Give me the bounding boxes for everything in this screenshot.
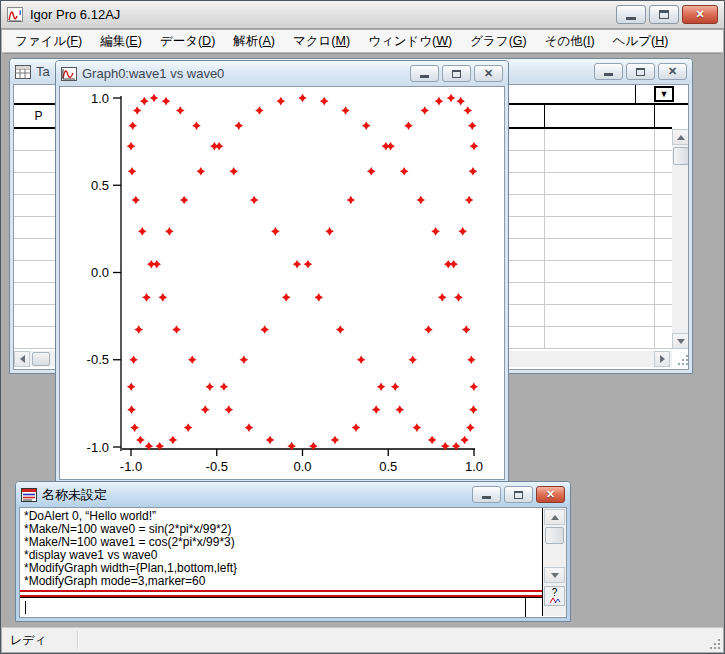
graph-window-title: Graph0:wave1 vs wave0 (82, 66, 224, 81)
x-tick-label: -0.5 (206, 459, 228, 474)
close-icon: ✕ (695, 9, 704, 20)
igor-app-icon: i (7, 7, 25, 23)
close-icon: ✕ (668, 66, 677, 77)
x-tick-label: -1.0 (120, 459, 142, 474)
help-question-label: ? (552, 587, 558, 598)
menu-item-W[interactable]: ウィンドウ(W) (359, 30, 461, 53)
main-close-button[interactable]: ✕ (682, 5, 718, 24)
graph-titlebar[interactable]: Graph0:wave1 vs wave0 ✕ (56, 61, 508, 86)
menu-item-H[interactable]: ヘルプ(H) (604, 30, 678, 53)
y-tick-label: 0.0 (91, 265, 109, 280)
notebook-icon (21, 488, 37, 502)
command-vscroll-down-button[interactable] (544, 567, 565, 583)
menu-item-G[interactable]: グラフ(G) (461, 30, 535, 53)
menu-item-F[interactable]: ファイル(F) (6, 30, 91, 53)
table-hscroll-left-button[interactable] (14, 351, 30, 367)
x-tick-label: 0.0 (293, 459, 311, 474)
command-history[interactable]: *DoAlert 0, “Hello world!”*Make/N=100 wa… (20, 508, 542, 592)
minimize-icon (604, 73, 613, 76)
y-tick-label: -0.5 (87, 352, 109, 367)
table-vscroll-down-button[interactable] (672, 333, 689, 349)
y-tick-label: -1.0 (87, 440, 109, 455)
table-hscroll-thumb[interactable] (32, 352, 50, 366)
command-help-button[interactable]: ? (544, 586, 565, 606)
y-tick-label: 1.0 (91, 91, 109, 106)
window-resize-grip[interactable] (707, 636, 720, 649)
command-vscroll-up-button[interactable] (544, 509, 565, 525)
scatter-plot: -1.0-0.50.00.51.01.00.50.0-0.5-1.0 (60, 87, 505, 480)
entry-bar-divider (635, 85, 636, 103)
main-window-title: Igor Pro 6.12AJ (30, 7, 120, 22)
text-cursor (25, 601, 26, 614)
chevron-down-icon: ▼ (660, 90, 669, 99)
table-vscroll-thumb[interactable] (673, 147, 689, 165)
menu-item-M[interactable]: マクロ(M) (284, 30, 359, 53)
status-bar: レディ (2, 627, 723, 652)
minimize-icon (420, 75, 429, 78)
arrow-down-icon (677, 339, 685, 348)
command-separator (20, 590, 542, 597)
table-icon (15, 65, 31, 79)
close-icon: ✕ (484, 68, 493, 79)
table-hscroll-right-button[interactable] (654, 351, 670, 367)
arrow-down-icon (551, 573, 559, 582)
maximize-icon (636, 68, 645, 76)
graph-close-button[interactable]: ✕ (474, 65, 503, 82)
minimize-icon (626, 17, 636, 20)
table-close-button[interactable]: ✕ (658, 63, 687, 80)
maximize-icon (514, 491, 523, 499)
command-titlebar[interactable]: 名称未設定 ✕ (16, 482, 570, 507)
command-maximize-button[interactable] (504, 486, 533, 503)
column-divider (544, 129, 545, 349)
command-input[interactable] (20, 597, 542, 616)
graph-maximize-button[interactable] (442, 65, 471, 82)
minimize-icon (482, 496, 491, 499)
menu-item-A[interactable]: 解析(A) (224, 30, 284, 53)
command-window: 名称未設定 ✕ *DoAlert 0, “Hello world!”*Make/… (15, 481, 571, 622)
arrow-right-icon (660, 355, 669, 363)
menu-item-D[interactable]: データ(D) (151, 30, 224, 53)
command-content: *DoAlert 0, “Hello world!”*Make/N=100 wa… (19, 507, 567, 618)
command-vscroll-thumb[interactable] (545, 527, 564, 544)
column-divider (654, 129, 655, 349)
command-vscroll: ? (543, 508, 566, 616)
axes (121, 96, 475, 451)
table-minimize-button[interactable] (594, 63, 623, 80)
header-divider (544, 105, 545, 127)
help-graph-icon (549, 597, 561, 604)
graph-minimize-button[interactable] (410, 65, 439, 82)
graph-window: Graph0:wave1 vs wave0 ✕ -1.0-0.50.00.51.… (55, 60, 509, 484)
menu-item-E[interactable]: 編集(E) (91, 30, 151, 53)
table-maximize-button[interactable] (626, 63, 655, 80)
command-minimize-button[interactable] (472, 486, 501, 503)
arrow-up-icon (551, 511, 559, 520)
x-tick-label: 1.0 (465, 459, 483, 474)
table-resize-grip[interactable] (674, 353, 688, 365)
header-divider (654, 105, 655, 127)
graph-content[interactable]: -1.0-0.50.00.51.01.00.50.0-0.5-1.0 (59, 86, 505, 480)
maximize-icon (452, 70, 461, 78)
history-line: *ModifyGraph mode=3,marker=60 (24, 575, 542, 588)
table-vscroll-up-button[interactable] (672, 129, 689, 145)
graph-icon (61, 67, 77, 81)
igor-main-window: i Igor Pro 6.12AJ ✕ ファイル(F)編集(E)データ(D)解析… (0, 0, 725, 654)
arrow-left-icon (16, 355, 25, 363)
input-divider (525, 598, 526, 617)
command-close-button[interactable]: ✕ (536, 486, 565, 503)
main-titlebar[interactable]: i Igor Pro 6.12AJ ✕ (1, 1, 724, 29)
main-minimize-button[interactable] (616, 5, 646, 24)
table-window-title: Ta (36, 64, 50, 79)
svg-text:i: i (19, 8, 21, 17)
arrow-up-icon (677, 131, 685, 140)
mdi-area: Ta ✕ ▼ P (4, 53, 721, 629)
menu-bar: ファイル(F)編集(E)データ(D)解析(A)マクロ(M)ウィンドウ(W)グラフ… (2, 30, 723, 53)
maximize-icon (659, 10, 669, 19)
column-dropdown-button[interactable]: ▼ (654, 86, 674, 102)
command-window-title: 名称未設定 (42, 486, 107, 504)
y-tick-label: 0.5 (91, 178, 109, 193)
status-divider (77, 631, 78, 649)
x-tick-label: 0.5 (379, 459, 397, 474)
main-maximize-button[interactable] (649, 5, 679, 24)
status-message: レディ (2, 632, 47, 649)
menu-item-I[interactable]: その他(I) (536, 30, 604, 53)
